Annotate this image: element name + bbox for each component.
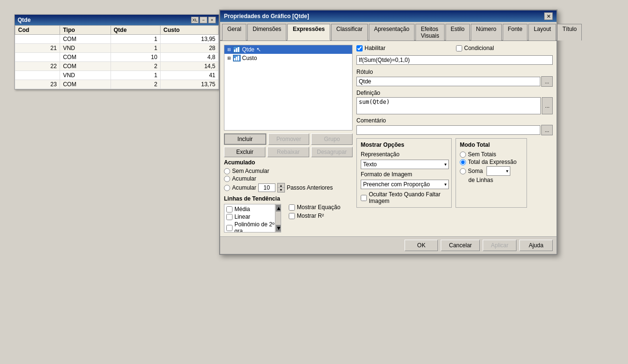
passos-down-arrow[interactable]: ▼ [278, 188, 284, 192]
formato-imagem-select[interactable]: Preencher com Proporção Ajustar Esticar [361, 180, 449, 189]
expression-tree[interactable]: ⊞ Qtde ↖ ⊞ [224, 45, 353, 131]
mostrar-equacao-checkbox[interactable] [289, 204, 295, 211]
ocultar-label: Ocultar Texto Quando Faltar Imagem [369, 191, 447, 204]
radio-acumular-label: Acumular [232, 175, 256, 182]
radio-soma-input[interactable] [460, 168, 466, 174]
tab-layout[interactable]: Layout [528, 24, 556, 40]
cell: 13,75 [161, 80, 219, 89]
dialog-body: ⊞ Qtde ↖ ⊞ [220, 41, 557, 236]
svg-rect-5 [238, 56, 239, 61]
bar-chart-icon-custo [233, 55, 241, 61]
rotulo-input[interactable] [356, 77, 540, 86]
bg-window-xl-btn[interactable]: XL [191, 17, 199, 23]
trend-scrollbar[interactable]: ▲ ▼ [275, 204, 281, 232]
condicional-checkbox[interactable] [456, 45, 462, 51]
bg-window-close-btn[interactable]: × [208, 17, 216, 23]
desagrupar-button[interactable]: Desagrupar [311, 147, 353, 157]
cell [15, 53, 60, 62]
passos-up-arrow[interactable]: ▲ [278, 183, 284, 188]
cell: 10 [111, 53, 161, 62]
radio-total-expressao-input[interactable] [460, 159, 466, 165]
col-qtde: Qtde [111, 26, 161, 35]
background-window: Qtde XL − × Cod Tipo Qtde Custo COM 1 [14, 14, 219, 90]
definicao-btn[interactable]: ... [542, 97, 553, 114]
definicao-input[interactable]: sum(Qtde) [356, 97, 541, 114]
passos-input[interactable] [258, 183, 275, 192]
trend-scroll-thumb[interactable] [276, 212, 281, 219]
trend-media-checkbox[interactable] [226, 206, 233, 212]
trend-polinomio2-checkbox[interactable] [226, 225, 233, 231]
ok-button[interactable]: OK [405, 240, 438, 251]
rebaixar-button[interactable]: Rebaixar [267, 147, 309, 157]
trend-list[interactable]: Média Linear Polinômio de 2º gra [224, 204, 281, 233]
bg-window-min-btn[interactable]: − [200, 17, 207, 23]
cell: 1 [111, 71, 161, 80]
cell: 2 [111, 62, 161, 71]
left-panel: ⊞ Qtde ↖ ⊞ [224, 45, 353, 233]
definicao-label: Definição [356, 90, 553, 96]
tab-geral[interactable]: Geral [222, 24, 246, 40]
trend-polinomio2-label: Polinômio de 2º gra [234, 221, 279, 233]
comentario-btn[interactable]: ... [541, 125, 553, 135]
rotulo-btn[interactable]: ... [541, 76, 553, 87]
tab-titulo[interactable]: Título [557, 24, 582, 40]
promover-button[interactable]: Promover [268, 133, 310, 145]
trend-scroll-up[interactable]: ▲ [276, 205, 281, 212]
bg-window-title: Qtde [18, 17, 30, 23]
dialog-titlebar: Propriedades do Gráfico [Qtde] ✕ [220, 10, 557, 22]
radio-sem-totais-input[interactable] [460, 152, 466, 158]
definicao-group: Definição sum(Qtde) ... [356, 90, 553, 114]
radio-soma-row: Soma 1 2 ▼ [460, 166, 523, 176]
tree-item-qtde[interactable]: ⊞ Qtde ↖ [224, 45, 352, 54]
dialog-close-button[interactable]: ✕ [544, 12, 553, 20]
habilitar-checkbox[interactable] [356, 45, 363, 51]
table-row: VND 1 41 [15, 71, 219, 80]
table-row: COM 1 13,95 [15, 35, 219, 44]
mostrar-r2-checkbox[interactable] [289, 213, 295, 219]
cell: VND [60, 44, 111, 53]
tree-label-qtde: Qtde [242, 46, 254, 53]
tab-estilo[interactable]: Estilo [446, 24, 470, 40]
right-panel: Habilitar Condicional Rótulo ... [356, 45, 553, 233]
radio-sem-acumular-input[interactable] [224, 168, 230, 174]
tree-expand-qtde[interactable]: ⊞ [226, 47, 232, 52]
action-buttons-row2: Excluir Rebaixar Desagrupar [224, 147, 353, 157]
cell: 13,95 [161, 35, 219, 44]
trend-linear-checkbox[interactable] [226, 214, 233, 220]
soma-select[interactable]: 1 2 [486, 166, 510, 176]
cursor-icon: ↖ [256, 46, 261, 53]
cell: 23 [15, 80, 60, 89]
radio-sem-acumular: Sem Acumular [224, 168, 353, 174]
tab-fonte[interactable]: Fonte [503, 24, 528, 40]
tab-classificar[interactable]: Classificar [331, 24, 368, 40]
tab-efeitos-visuais[interactable]: Efeitos Visuais [415, 24, 444, 40]
condicional-label: Condicional [464, 45, 494, 51]
tab-numero[interactable]: Número [471, 24, 502, 40]
tree-item-custo[interactable]: ⊞ Custo [224, 54, 352, 62]
col-tipo: Tipo [60, 26, 111, 35]
radio-soma-label: Soma [468, 168, 483, 174]
formato-imagem-dropdown-row: Preencher com Proporção Ajustar Esticar … [361, 180, 447, 189]
cell: COM [60, 62, 111, 71]
representacao-select[interactable]: Texto Número Porcentagem [361, 160, 449, 169]
col-cod: Cod [15, 26, 60, 35]
tab-expressoes[interactable]: Expressões [287, 24, 330, 40]
condition-input[interactable] [356, 55, 553, 65]
cancelar-button[interactable]: Cancelar [441, 240, 480, 251]
radio-acumular2-input[interactable] [224, 185, 230, 191]
ocultar-checkbox[interactable] [361, 195, 367, 201]
trend-area: Média Linear Polinômio de 2º gra [224, 204, 353, 233]
comentario-input[interactable] [356, 125, 540, 135]
tab-apresentacao[interactable]: Apresentação [369, 24, 415, 40]
ajuda-button[interactable]: Ajuda [519, 240, 553, 251]
radio-acumular-input[interactable] [224, 176, 230, 182]
incluir-button[interactable]: Incluir [224, 133, 266, 145]
tab-dimensoes[interactable]: Dimensões [247, 24, 286, 40]
tree-expand-custo[interactable]: ⊞ [226, 55, 232, 61]
aplicar-button[interactable]: Aplicar [483, 240, 517, 251]
trend-list-inner: Média Linear Polinômio de 2º gra [224, 204, 281, 233]
trend-scroll-down[interactable]: ▼ [276, 225, 281, 232]
radio-total-expressao-label: Total da Expressão [468, 159, 517, 165]
grupo-button[interactable]: Grupo [311, 133, 353, 145]
excluir-button[interactable]: Excluir [224, 147, 265, 157]
